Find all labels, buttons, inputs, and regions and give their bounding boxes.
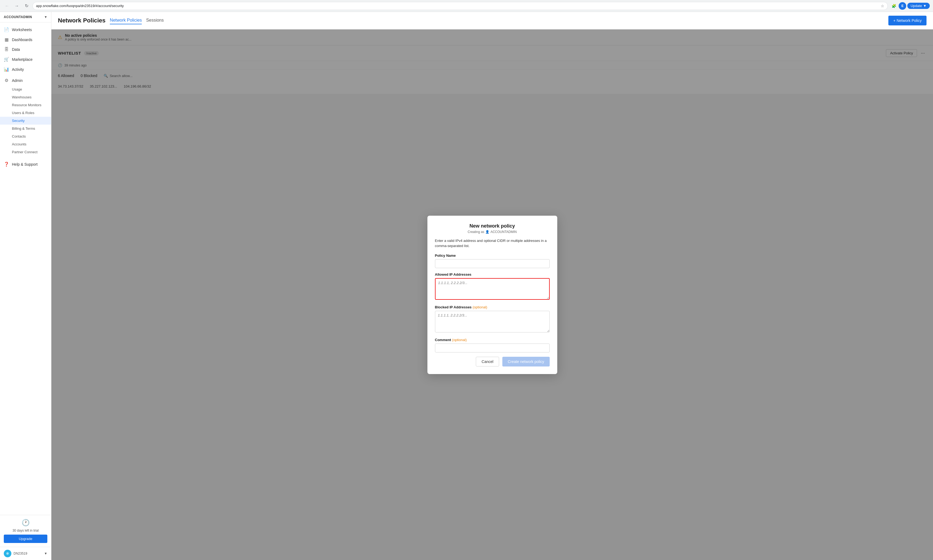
address-bar[interactable]: app.snowflake.com/fuoqnpa/dn23519/#/acco…	[32, 2, 888, 10]
header-left: Network Policies Network Policies Sessio…	[58, 17, 163, 24]
tab-network-policies[interactable]: Network Policies	[110, 17, 142, 24]
main-header: Network Policies Network Policies Sessio…	[51, 12, 933, 29]
help-label: Help & Support	[12, 162, 38, 166]
admin-icon: ⚙	[4, 78, 9, 83]
cancel-button[interactable]: Cancel	[476, 357, 499, 366]
create-network-policy-button[interactable]: Create network policy	[502, 357, 550, 366]
tab-sessions[interactable]: Sessions	[146, 17, 163, 24]
sidebar-sub-warehouses[interactable]: Warehouses	[0, 93, 51, 101]
comment-optional: (optional)	[452, 338, 467, 342]
modal-footer: Cancel Create network policy	[435, 357, 550, 366]
modal-title: New network policy	[435, 223, 550, 229]
help-icon: ❓	[4, 162, 9, 167]
trial-info: 🕐 30 days left in trial Upgrade	[4, 519, 47, 543]
sidebar-item-data[interactable]: 🗄 Data	[0, 45, 51, 54]
page-title: Network Policies	[58, 17, 105, 24]
sidebar: ACCOUNTADMIN ▼ 📄 Worksheets ▦ Dashboards…	[0, 12, 51, 560]
modal-new-network-policy: New network policy Creating as 👤 ACCOUNT…	[427, 216, 557, 374]
blocked-ip-textarea[interactable]	[435, 311, 550, 332]
snowflake-account-id: DN23519	[14, 552, 42, 555]
sidebar-item-dashboards[interactable]: ▦ Dashboards	[0, 35, 51, 45]
browser-actions: 🧩 E Update ▼	[890, 2, 930, 10]
sidebar-item-activity[interactable]: 📊 Activity	[0, 64, 51, 74]
update-label: Update	[911, 4, 922, 8]
sidebar-footer: 🕐 30 days left in trial Upgrade	[0, 515, 51, 547]
app-layout: ACCOUNTADMIN ▼ 📄 Worksheets ▦ Dashboards…	[0, 12, 933, 560]
sidebar-sub-usage[interactable]: Usage	[0, 85, 51, 93]
profile-icon[interactable]: E	[899, 2, 906, 10]
trial-clock-icon: 🕐	[22, 519, 30, 526]
policy-name-label: Policy Name	[435, 254, 550, 258]
dashboards-label: Dashboards	[12, 38, 32, 42]
snowflake-logo: ❄	[4, 550, 11, 557]
bookmark-icon: ☆	[881, 4, 884, 8]
snowflake-dropdown-icon[interactable]: ▼	[44, 552, 47, 555]
allowed-ip-label: Allowed IP Addresses	[435, 272, 550, 277]
update-dropdown-icon: ▼	[923, 4, 927, 8]
comment-label: Comment (optional)	[435, 338, 550, 342]
content-area: ⚠ No active policies A policy is only en…	[51, 29, 933, 560]
modal-overlay: New network policy Creating as 👤 ACCOUNT…	[51, 29, 933, 560]
sidebar-sub-accounts[interactable]: Accounts	[0, 140, 51, 148]
sidebar-item-help[interactable]: ❓ Help & Support	[0, 159, 51, 169]
dashboards-icon: ▦	[4, 37, 9, 42]
data-icon: 🗄	[4, 47, 9, 52]
worksheets-label: Worksheets	[12, 28, 32, 32]
browser-chrome: ← → ↻ app.snowflake.com/fuoqnpa/dn23519/…	[0, 0, 933, 12]
sidebar-sub-contacts[interactable]: Contacts	[0, 132, 51, 140]
sidebar-sub-security[interactable]: Security	[0, 117, 51, 125]
modal-subtitle-prefix: Creating as	[468, 230, 484, 234]
sidebar-nav: 📄 Worksheets ▦ Dashboards 🗄 Data 🛒 Marke…	[0, 22, 51, 515]
data-label: Data	[12, 47, 20, 52]
sidebar-sub-partner-connect[interactable]: Partner Connect	[0, 148, 51, 156]
update-button[interactable]: Update ▼	[907, 3, 930, 9]
policy-name-input[interactable]	[435, 259, 550, 268]
main-content: Network Policies Network Policies Sessio…	[51, 12, 933, 560]
trial-text: 30 days left in trial	[12, 529, 39, 532]
comment-input[interactable]	[435, 343, 550, 352]
activity-label: Activity	[12, 67, 24, 72]
modal-subtitle: Creating as 👤 ACCOUNTADMIN	[435, 230, 550, 234]
forward-button[interactable]: →	[13, 2, 20, 10]
blocked-ip-label: Blocked IP Addresses (optional)	[435, 305, 550, 309]
sidebar-sub-resource-monitors[interactable]: Resource Monitors	[0, 101, 51, 109]
account-dropdown-icon[interactable]: ▼	[44, 15, 47, 19]
extensions-icon[interactable]: 🧩	[890, 2, 898, 10]
sidebar-sub-users-roles[interactable]: Users & Roles	[0, 109, 51, 117]
url-display: app.snowflake.com/fuoqnpa/dn23519/#/acco…	[36, 4, 881, 8]
reload-button[interactable]: ↻	[23, 2, 30, 10]
allowed-ip-textarea[interactable]	[435, 278, 550, 300]
activity-icon: 📊	[4, 67, 9, 72]
upgrade-button[interactable]: Upgrade	[4, 535, 47, 543]
admin-label: Admin	[12, 78, 23, 83]
marketplace-icon: 🛒	[4, 57, 9, 62]
sidebar-sub-billing-terms[interactable]: Billing & Terms	[0, 125, 51, 132]
back-button[interactable]: ←	[3, 2, 11, 10]
add-policy-button[interactable]: + Network Policy	[888, 16, 927, 25]
snowflake-footer: ❄ DN23519 ▼	[0, 547, 51, 560]
sidebar-item-worksheets[interactable]: 📄 Worksheets	[0, 25, 51, 35]
modal-subtitle-user: ACCOUNTADMIN	[490, 230, 517, 234]
sidebar-header: ACCOUNTADMIN ▼	[0, 12, 51, 22]
worksheets-icon: 📄	[4, 27, 9, 32]
modal-description: Enter a valid IPv4 address and optional …	[435, 238, 550, 249]
sidebar-item-admin[interactable]: ⚙ Admin	[0, 75, 51, 85]
blocked-ip-optional: (optional)	[473, 305, 487, 309]
sidebar-item-marketplace[interactable]: 🛒 Marketplace	[0, 54, 51, 64]
account-name: ACCOUNTADMIN	[4, 15, 32, 19]
user-icon: 👤	[485, 230, 489, 234]
marketplace-label: Marketplace	[12, 57, 32, 62]
